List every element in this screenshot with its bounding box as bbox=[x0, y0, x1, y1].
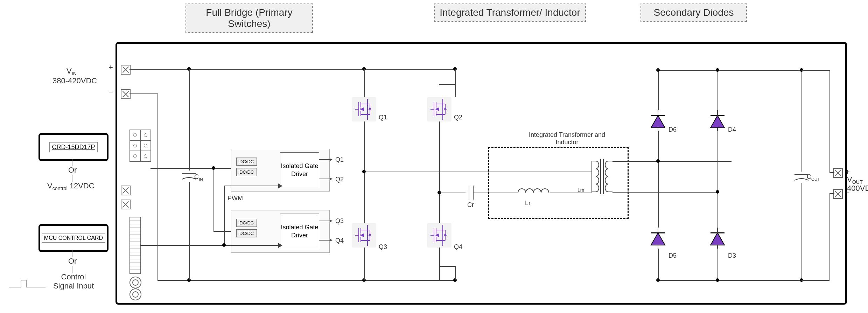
ext-box-aux-power: CRD-15DD17P bbox=[38, 133, 108, 161]
dcdc-2b: DC/DC bbox=[236, 229, 257, 237]
header-secondary: Secondary Diodes bbox=[640, 4, 747, 22]
d4-label: D4 bbox=[728, 126, 736, 133]
drvout-q4: Q4 bbox=[335, 237, 344, 244]
svg-marker-45 bbox=[436, 108, 439, 111]
d5-label: D5 bbox=[668, 252, 677, 259]
connector-6pin bbox=[130, 130, 151, 162]
sec-top-rail bbox=[658, 70, 802, 71]
or-label-2: Or bbox=[68, 257, 77, 266]
lr-inductor-icon bbox=[518, 187, 550, 198]
dcdc-1b: DC/DC bbox=[236, 168, 257, 176]
svg-marker-10 bbox=[278, 243, 282, 248]
svg-marker-75 bbox=[651, 233, 665, 245]
vctrl-label: Vcontrol 12VDC bbox=[47, 181, 94, 191]
mosfet-q2 bbox=[427, 97, 451, 121]
cin-label: CIN bbox=[194, 173, 203, 181]
svg-marker-21 bbox=[369, 107, 371, 110]
vout-val: 400VDC bbox=[847, 184, 868, 193]
d6-label: D6 bbox=[668, 126, 677, 133]
vin-plus-terminal bbox=[121, 65, 131, 75]
dcdc-2a: DC/DC bbox=[236, 219, 257, 227]
dcdc-1a: DC/DC bbox=[236, 158, 257, 166]
coax-1 bbox=[130, 277, 141, 288]
connector-header bbox=[130, 217, 141, 274]
header-primary: Full Bridge (Primary Switches) bbox=[186, 4, 313, 33]
svg-marker-58 bbox=[436, 234, 439, 237]
wire-bottom-rail bbox=[158, 280, 455, 281]
cout-label: COUT bbox=[807, 173, 820, 181]
main-enclosure bbox=[115, 42, 847, 305]
svg-marker-6 bbox=[330, 220, 332, 222]
mosfet-q1 bbox=[352, 97, 376, 121]
gate-driver-1: Isolated Gate Driver bbox=[280, 152, 319, 188]
svg-marker-47 bbox=[444, 107, 447, 110]
vout-minus-terminal bbox=[833, 189, 843, 199]
ext-box-mcu: MCU CONTROL CARD bbox=[38, 224, 108, 252]
cr-label: Cr bbox=[467, 201, 474, 209]
cout-capacitor-icon bbox=[794, 172, 808, 183]
svg-marker-4 bbox=[330, 178, 332, 180]
vin-label: VIN bbox=[66, 67, 77, 76]
svg-marker-34 bbox=[369, 233, 371, 236]
diode-d6-icon bbox=[649, 110, 667, 131]
diode-d4-icon bbox=[709, 110, 726, 131]
transformer-icon bbox=[592, 158, 612, 200]
lm-label: Lm bbox=[578, 187, 584, 193]
q4-label: Q4 bbox=[454, 243, 462, 251]
vin-minus-terminal bbox=[121, 89, 131, 99]
drvout-q3: Q3 bbox=[335, 217, 344, 225]
svg-marker-79 bbox=[710, 116, 724, 128]
svg-marker-9 bbox=[278, 183, 282, 188]
ctrl-signal-label: Control Signal Input bbox=[52, 272, 94, 291]
drvout-q1: Q1 bbox=[335, 156, 344, 164]
sec-bot-rail bbox=[658, 280, 802, 281]
header-transformer: Integrated Transformer/ Inductor bbox=[434, 4, 586, 22]
cin-capacitor-icon bbox=[182, 171, 196, 182]
vin-minus-label: − bbox=[108, 88, 113, 97]
card1-label: CRD-15DD17P bbox=[49, 142, 97, 152]
vin-plus-label: + bbox=[108, 63, 113, 72]
vin-range: 380-420VDC bbox=[52, 76, 97, 85]
svg-marker-32 bbox=[361, 234, 364, 237]
q2-label: Q2 bbox=[454, 114, 462, 121]
card2-label: MCU CONTROL CARD bbox=[42, 234, 105, 243]
vctrl-minus-terminal bbox=[121, 200, 131, 209]
lr-label: Lr bbox=[525, 200, 531, 207]
svg-marker-8 bbox=[330, 239, 332, 242]
pulse-icon bbox=[7, 277, 49, 291]
svg-marker-71 bbox=[651, 116, 665, 128]
drvout-q2: Q2 bbox=[335, 176, 344, 183]
svg-marker-19 bbox=[361, 108, 364, 111]
pwm-label: PWM bbox=[227, 195, 243, 202]
svg-marker-2 bbox=[330, 158, 332, 161]
q3-label: Q3 bbox=[379, 243, 387, 251]
wire-top-rail bbox=[130, 69, 455, 70]
diode-d5-icon bbox=[649, 228, 667, 249]
svg-marker-83 bbox=[710, 233, 724, 245]
svg-marker-60 bbox=[444, 233, 447, 236]
mosfet-q3 bbox=[352, 223, 376, 248]
coax-2 bbox=[130, 288, 141, 300]
vout-plus-terminal bbox=[833, 168, 843, 178]
vctrl-plus-terminal bbox=[121, 186, 131, 195]
xfmr-title: Integrated Transformer and Inductor bbox=[528, 131, 606, 146]
or-label-1: Or bbox=[68, 166, 77, 175]
q1-label: Q1 bbox=[379, 114, 387, 121]
d3-label: D3 bbox=[728, 252, 736, 259]
gate-driver-2: Isolated Gate Driver bbox=[280, 214, 319, 249]
mosfet-q4 bbox=[427, 223, 451, 248]
diode-d3-icon bbox=[709, 228, 726, 249]
